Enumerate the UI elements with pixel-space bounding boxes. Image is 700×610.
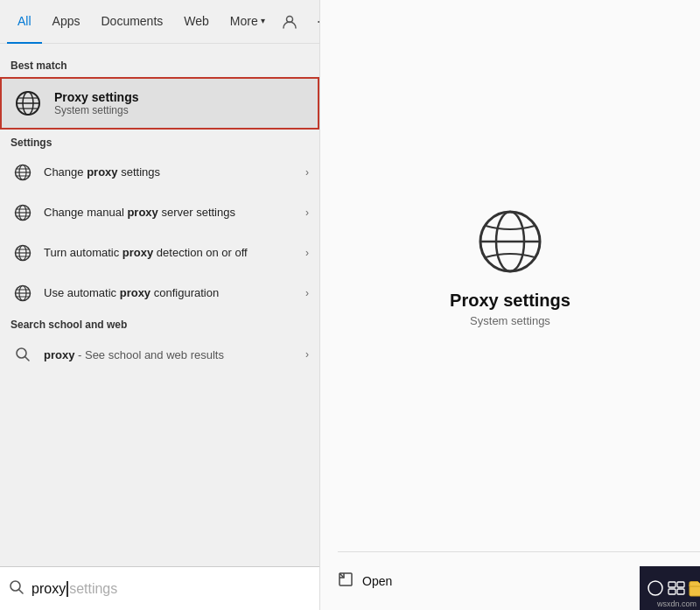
- best-match-item[interactable]: Proxy settings System settings: [0, 77, 319, 130]
- tab-documents[interactable]: Documents: [90, 0, 173, 44]
- search-web-icon: [10, 342, 35, 367]
- search-web-item[interactable]: proxy - See school and web results ›: [0, 334, 319, 375]
- detail-subtitle: System settings: [470, 314, 550, 327]
- detail-top: Proxy settings System settings: [320, 0, 700, 551]
- detail-globe-icon: [475, 207, 545, 277]
- chevron-icon-1: ›: [305, 207, 309, 219]
- settings-item-text-1: Change manual proxy server settings: [44, 206, 305, 221]
- settings-section-label: Settings: [0, 131, 319, 152]
- svg-rect-36: [668, 582, 676, 587]
- settings-item-1[interactable]: Change manual proxy server settings ›: [0, 193, 319, 233]
- tab-web[interactable]: Web: [173, 0, 220, 44]
- search-web-label: Search school and web: [0, 313, 319, 334]
- settings-item-0[interactable]: Change proxy settings ›: [0, 152, 319, 193]
- chevron-icon-0: ›: [305, 166, 309, 179]
- svg-line-27: [25, 357, 30, 361]
- svg-point-35: [648, 581, 662, 595]
- search-typed-text: proxy: [32, 581, 66, 597]
- svg-line-29: [19, 589, 24, 593]
- search-bar: proxysettings: [0, 566, 319, 610]
- settings-item-text-2: Turn automatic proxy detection on or off: [44, 246, 305, 261]
- detail-title: Proxy settings: [450, 291, 570, 311]
- tab-apps[interactable]: Apps: [42, 0, 91, 44]
- open-label: Open: [362, 574, 392, 588]
- svg-rect-38: [668, 589, 676, 594]
- taskbar: wsxdn.com: [640, 566, 700, 610]
- chevron-icon-3: ›: [305, 287, 309, 299]
- globe-icon-1: [10, 200, 35, 225]
- best-match-label: Best match: [0, 54, 319, 75]
- chevron-icon-2: ›: [305, 247, 309, 259]
- open-action[interactable]: Open: [338, 566, 682, 596]
- svg-rect-37: [677, 582, 684, 587]
- watermark: wsxdn.com: [657, 599, 696, 608]
- search-icon: [9, 579, 24, 599]
- settings-item-text-0: Change proxy settings: [44, 165, 305, 180]
- search-ghost-text: settings: [69, 581, 117, 597]
- detail-panel: Proxy settings System settings Open: [319, 0, 700, 610]
- results-content: Best match Proxy settings System setting…: [0, 44, 319, 566]
- search-cursor: [66, 581, 68, 597]
- globe-icon-2: [10, 241, 35, 265]
- proxy-settings-icon: [12, 88, 44, 119]
- tab-more[interactable]: More ▾: [220, 0, 276, 44]
- best-match-text: Proxy settings System settings: [54, 90, 139, 116]
- search-input[interactable]: proxysettings: [32, 581, 117, 597]
- person-icon[interactable]: [276, 8, 304, 36]
- settings-item-2[interactable]: Turn automatic proxy detection on or off…: [0, 233, 319, 273]
- search-web-text: proxy - See school and web results: [44, 348, 305, 361]
- chevron-down-icon: ▾: [261, 16, 265, 25]
- settings-item-3[interactable]: Use automatic proxy configuration ›: [0, 273, 319, 313]
- best-match-subtitle: System settings: [54, 104, 139, 116]
- chevron-icon-web: ›: [305, 348, 309, 361]
- globe-icon-0: [10, 160, 35, 185]
- best-match-title: Proxy settings: [54, 90, 139, 104]
- open-icon: [338, 571, 354, 591]
- svg-rect-39: [677, 589, 684, 594]
- settings-item-text-3: Use automatic proxy configuration: [44, 286, 305, 301]
- tab-all[interactable]: All: [7, 0, 42, 44]
- search-panel: All Apps Documents Web More ▾ ··· Best m…: [0, 0, 319, 610]
- globe-icon-3: [10, 281, 35, 305]
- tab-bar: All Apps Documents Web More ▾ ···: [0, 0, 319, 44]
